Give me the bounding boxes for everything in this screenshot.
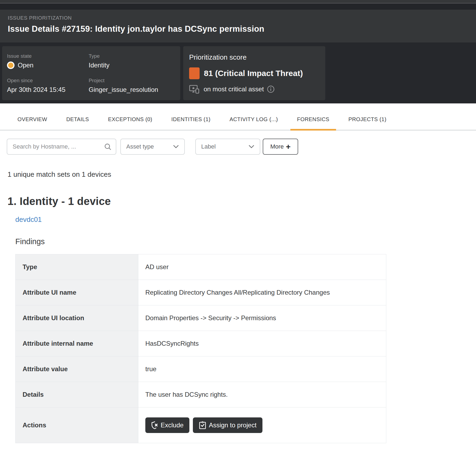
finding-value: Replicating Directory Changes All/Replic…: [138, 280, 386, 305]
finding-value: true: [138, 356, 386, 382]
device-link[interactable]: devdc01: [15, 215, 42, 224]
chevron-down-icon: [248, 145, 254, 149]
type-label: Type: [89, 53, 175, 59]
type-field: Type Identity: [89, 53, 175, 70]
asset-type-dropdown[interactable]: Asset type: [120, 139, 185, 155]
label-dropdown-label: Label: [201, 143, 216, 150]
tab-details[interactable]: DETAILS: [60, 113, 96, 130]
issue-state-label: Issue state: [7, 53, 89, 59]
open-since-value: Apr 30th 2024 15:45: [7, 86, 89, 93]
finding-label: Attribute UI name: [16, 280, 138, 305]
search-icon: [104, 143, 111, 150]
clipboard-check-icon: [199, 421, 206, 429]
score-title: Prioritization score: [189, 53, 320, 62]
project-label: Project: [89, 78, 175, 84]
table-row: Attribute internal name HasDCSyncRights: [16, 331, 386, 356]
top-dark-band: [0, 3, 476, 10]
table-row: Attribute value true: [16, 356, 386, 382]
tab-projects[interactable]: PROJECTS (1): [342, 113, 393, 130]
finding-value: AD user: [138, 254, 386, 280]
tab-overview[interactable]: OVERVIEW: [11, 113, 54, 130]
tab-bar: OVERVIEW DETAILS EXCEPTIONS (0) IDENTITI…: [0, 103, 476, 131]
finding-value: Domain Properties -> Security -> Permiss…: [138, 305, 386, 331]
issue-state-field: Issue state Open: [7, 53, 89, 70]
score-severity-icon: [189, 67, 200, 79]
tab-forensics[interactable]: FORENSICS: [290, 113, 336, 130]
search-box: [7, 139, 116, 155]
type-value: Identity: [89, 62, 175, 69]
finding-label: Attribute value: [16, 356, 138, 382]
score-note: on most critical asset: [204, 85, 264, 93]
open-status-icon: [7, 62, 15, 69]
table-row-actions: Actions Exclude: [16, 407, 386, 443]
issue-details-page: ISSUES PRIORITIZATION Issue Details #271…: [0, 0, 476, 462]
score-value: 81 (Critical Impact Threat): [204, 69, 303, 78]
table-row: Attribute UI location Domain Properties …: [16, 305, 386, 331]
match-summary: 1 unique match sets on 1 devices: [8, 170, 476, 179]
finding-label: Attribute internal name: [16, 331, 138, 356]
tab-exceptions[interactable]: EXCEPTIONS (0): [101, 113, 159, 130]
page-title: Issue Details #27159: Identity jon.taylo…: [8, 24, 468, 34]
chevron-down-icon: [173, 145, 179, 149]
summary-band: Issue state Open Type Identity Open sinc…: [0, 42, 476, 103]
tab-identities[interactable]: IDENTITIES (1): [165, 113, 217, 130]
open-since-field: Open since Apr 30th 2024 15:45: [7, 78, 89, 94]
info-icon[interactable]: [267, 85, 275, 93]
label-dropdown[interactable]: Label: [195, 139, 260, 155]
table-row: Attribute UI name Replicating Directory …: [16, 280, 386, 305]
tab-activity-log[interactable]: ACTIVITY LOG (...): [223, 113, 284, 130]
project-field: Project Ginger_issue_resolution: [89, 78, 175, 94]
table-row: Details The user has DCSync rights.: [16, 382, 386, 407]
match-set-title: 1. Identity - 1 device: [8, 195, 476, 207]
exclude-button[interactable]: Exclude: [145, 417, 189, 433]
finding-label: Type: [16, 254, 138, 280]
project-value: Ginger_issue_resolution: [89, 86, 175, 93]
findings-table: Type AD user Attribute UI name Replicati…: [15, 254, 386, 443]
finding-label: Details: [16, 382, 138, 407]
open-since-label: Open since: [7, 78, 89, 84]
forensics-content: 1 unique match sets on 1 devices 1. Iden…: [0, 170, 476, 443]
findings-title: Findings: [15, 237, 476, 246]
asset-type-dropdown-label: Asset type: [126, 143, 154, 150]
assign-to-project-button[interactable]: Assign to project: [193, 417, 262, 433]
finding-value: The user has DCSync rights.: [138, 382, 386, 407]
filter-toolbar: Asset type Label More +: [7, 139, 476, 155]
finding-label: Attribute UI location: [16, 305, 138, 331]
table-row: Type AD user: [16, 254, 386, 280]
issue-info-panel: Issue state Open Type Identity Open sinc…: [2, 46, 180, 100]
breadcrumb: ISSUES PRIORITIZATION: [8, 15, 468, 21]
plus-icon: +: [286, 143, 291, 151]
shield-x-icon: [151, 421, 158, 429]
more-filters-button[interactable]: More +: [263, 139, 298, 155]
critical-asset-icon: [189, 85, 199, 94]
issue-state-value: Open: [18, 62, 34, 69]
actions-label: Actions: [16, 407, 138, 443]
prioritization-score-panel: Prioritization score 81 (Critical Impact…: [183, 46, 325, 100]
finding-value: HasDCSyncRights: [138, 331, 386, 356]
page-header: ISSUES PRIORITIZATION Issue Details #271…: [0, 10, 476, 42]
top-chrome-strip: [0, 0, 476, 3]
search-input[interactable]: [7, 139, 116, 155]
